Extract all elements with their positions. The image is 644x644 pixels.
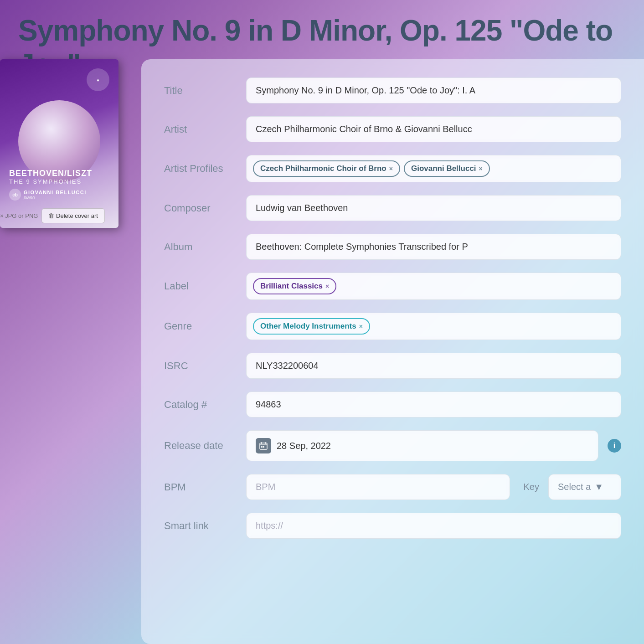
cb-circle-icon: cb	[9, 189, 21, 201]
bpm-row: BPM Key Select a ▼	[164, 474, 621, 500]
pianist-name: GIOVANNI BELLUCCI	[24, 190, 87, 195]
svg-rect-5	[263, 446, 264, 448]
dropdown-chevron-icon: ▼	[594, 482, 603, 492]
genre-label: Genre	[164, 320, 237, 332]
artist-profile-tag-2-text: Giovanni Bellucci	[411, 164, 476, 173]
label-label: Label	[164, 280, 237, 292]
calendar-icon	[256, 438, 271, 453]
remove-artist-tag-2[interactable]: ×	[479, 165, 483, 172]
catalog-label: Catalog #	[164, 399, 237, 411]
artist-profiles-input[interactable]: Czech Philharmonic Choir of Brno × Giova…	[246, 155, 621, 182]
release-date-input-row: 28 Sep, 2022 i	[246, 430, 621, 461]
artist-row: Artist	[164, 116, 621, 142]
title-row: Title	[164, 77, 621, 103]
cb-logo: cb GIOVANNI BELLUCCI piano	[9, 189, 92, 201]
album-art-section: ♦ BEETHOVEN/LISZT THE 9 SYMPHONIES cb GI…	[0, 59, 132, 228]
composer-row: Composer	[164, 195, 621, 221]
title-input[interactable]	[246, 77, 621, 103]
composer-label: Composer	[164, 202, 237, 214]
composer-input[interactable]	[246, 195, 621, 221]
cover-actions: × JPG or PNG 🗑 Delete cover art	[0, 204, 105, 228]
artist-profile-tag-1-text: Czech Philharmonic Choir of Brno	[260, 164, 386, 173]
smart-link-label: Smart link	[164, 520, 237, 532]
key-select-dropdown[interactable]: Select a ▼	[548, 474, 621, 500]
label-row: Label Brilliant Classics ×	[164, 273, 621, 300]
genre-tag-omi[interactable]: Other Melody Instruments ×	[253, 318, 370, 335]
album-text: BEETHOVEN/LISZT THE 9 SYMPHONIES cb GIOV…	[9, 169, 92, 201]
remove-genre-tag[interactable]: ×	[359, 323, 363, 330]
bpm-label: BPM	[164, 481, 237, 493]
diamond-label: ♦	[87, 68, 109, 91]
artist-input[interactable]	[246, 116, 621, 142]
genre-input[interactable]: Other Melody Instruments ×	[246, 313, 621, 340]
isrc-row: ISRC	[164, 353, 621, 379]
artist-label: Artist	[164, 124, 237, 135]
smart-link-input[interactable]	[246, 513, 621, 539]
catalog-row: Catalog #	[164, 392, 621, 417]
form-panel: Title Artist Artist Profiles Czech Philh…	[141, 59, 644, 644]
bpm-key-row: Key Select a ▼	[246, 474, 621, 500]
info-icon[interactable]: i	[608, 439, 621, 453]
artist-profile-tag-1[interactable]: Czech Philharmonic Choir of Brno ×	[253, 160, 400, 177]
isrc-label: ISRC	[164, 360, 237, 372]
key-label: Key	[524, 482, 539, 492]
label-tag-bc-text: Brilliant Classics	[260, 282, 323, 291]
album-subtitle: THE 9 SYMPHONIES	[9, 178, 92, 185]
release-date-row: Release date 28 Sep, 2022 i	[164, 430, 621, 461]
label-tag-bc[interactable]: Brilliant Classics ×	[253, 278, 336, 294]
release-date-field[interactable]: 28 Sep, 2022	[246, 430, 598, 461]
genre-tag-omi-text: Other Melody Instruments	[260, 322, 356, 331]
album-row: Album	[164, 234, 621, 260]
bpm-input[interactable]	[246, 474, 510, 500]
isrc-input[interactable]	[246, 353, 621, 379]
artist-profiles-label: Artist Profiles	[164, 163, 237, 175]
album-artist-name: BEETHOVEN/LISZT	[9, 169, 92, 178]
svg-rect-4	[261, 446, 263, 448]
pianist-role: piano	[24, 195, 87, 200]
title-label: Title	[164, 85, 237, 97]
artist-profiles-row: Artist Profiles Czech Philharmonic Choir…	[164, 155, 621, 182]
remove-artist-tag-1[interactable]: ×	[389, 165, 393, 172]
remove-label-tag[interactable]: ×	[325, 283, 329, 290]
genre-row: Genre Other Melody Instruments ×	[164, 313, 621, 340]
delete-cover-button[interactable]: 🗑 Delete cover art	[41, 208, 104, 223]
release-date-label: Release date	[164, 440, 237, 452]
key-select-value: Select a	[558, 482, 591, 492]
cover-hint: × JPG or PNG	[0, 212, 38, 219]
album-cover: ♦ BEETHOVEN/LISZT THE 9 SYMPHONIES cb GI…	[0, 59, 118, 228]
release-date-value: 28 Sep, 2022	[277, 441, 331, 451]
album-label: Album	[164, 241, 237, 253]
label-input[interactable]: Brilliant Classics ×	[246, 273, 621, 300]
album-input[interactable]	[246, 234, 621, 260]
smart-link-row: Smart link	[164, 513, 621, 539]
artist-profile-tag-2[interactable]: Giovanni Bellucci ×	[404, 160, 490, 177]
catalog-input[interactable]	[246, 392, 621, 417]
